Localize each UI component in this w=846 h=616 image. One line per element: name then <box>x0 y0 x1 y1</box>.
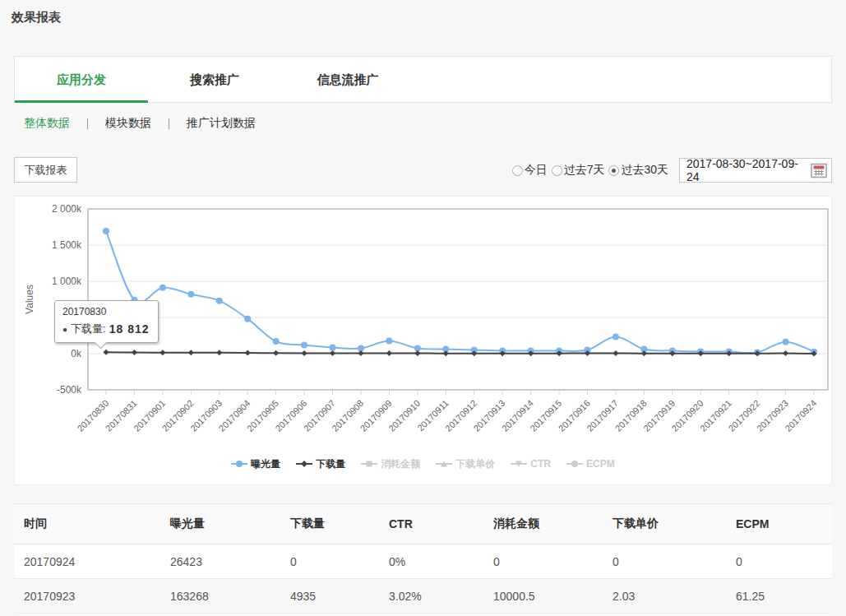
data-point-impressions <box>301 342 307 349</box>
table-cell: 61.25 <box>726 579 832 614</box>
legend-marker-circle-icon <box>566 459 583 469</box>
tab-feed-promotion[interactable]: 信息流推广 <box>281 57 414 102</box>
radio-label: 过去7天 <box>564 163 605 178</box>
page-title: 效果报表 <box>12 10 61 25</box>
y-tick-label: 1 000k <box>52 276 82 287</box>
table-cell: 3.02% <box>379 579 483 614</box>
legend-item-ctr[interactable]: CTR <box>511 458 551 470</box>
data-point-impressions <box>103 228 109 234</box>
legend-label: ECPM <box>586 458 615 470</box>
legend-label: 消耗金额 <box>381 457 420 471</box>
data-point-downloads <box>188 350 194 355</box>
legend-item-impressions[interactable]: 曝光量 <box>231 457 280 471</box>
legend-item-ecpm[interactable]: ECPM <box>566 458 615 470</box>
date-range-value: 2017-08-30~2017-09-24 <box>680 157 811 183</box>
data-point-downloads <box>132 350 137 355</box>
tooltip-date: 20170830 <box>62 306 150 317</box>
data-point-downloads <box>330 350 335 356</box>
y-axis-title: Values <box>24 285 35 314</box>
legend-label: CTR <box>530 458 551 470</box>
table-cell: 20170924 <box>14 544 160 579</box>
radio-past30days[interactable]: 过去30天 <box>608 163 668 178</box>
radio-circle-icon <box>512 165 523 176</box>
tooltip-series-label: 下载量: <box>71 322 106 336</box>
legend-marker-circle-icon <box>231 459 247 469</box>
table-header-cell: 下载单价 <box>603 504 726 544</box>
tab-search-promotion[interactable]: 搜索推广 <box>148 57 281 102</box>
legend-item-cost-per-download[interactable]: 下载单价 <box>436 457 495 471</box>
data-point-impressions <box>159 285 166 291</box>
data-point-downloads <box>302 350 307 356</box>
table-header-cell: 下载量 <box>280 504 379 544</box>
chart-legend: 曝光量下载量消耗金额下载单价CTRECPM <box>15 455 831 473</box>
legend-item-cost[interactable]: 消耗金额 <box>361 457 420 471</box>
legend-marker-triangle-down-icon <box>511 459 527 469</box>
series-line-downloads <box>106 352 814 354</box>
table-cell: 2.03 <box>603 579 726 614</box>
legend-label: 下载单价 <box>455 457 495 471</box>
data-point-downloads <box>216 350 222 355</box>
divider <box>169 118 169 129</box>
legend-label: 下载量 <box>316 457 345 471</box>
table-header-cell: 消耗金额 <box>483 504 603 544</box>
radio-label: 过去30天 <box>621 163 668 178</box>
subnav-campaign-data[interactable]: 推广计划数据 <box>187 116 256 131</box>
radio-today[interactable]: 今日 <box>512 163 548 178</box>
plot-border <box>88 209 828 390</box>
radio-circle-icon <box>608 165 619 176</box>
y-tick-label: 2 000k <box>52 203 82 215</box>
table-header-cell: 时间 <box>14 504 160 544</box>
legend-marker-diamond-icon <box>296 459 312 469</box>
date-filter-group: 今日 过去7天 过去30天 2017-08-30~2017-09-24 <box>512 158 832 183</box>
data-point-impressions <box>783 339 789 345</box>
y-tick-label: 0k <box>71 348 82 359</box>
table-cell: 0 <box>280 544 379 579</box>
divider <box>87 118 88 129</box>
data-point-downloads <box>104 350 109 355</box>
data-point-impressions <box>216 298 223 304</box>
legend-item-downloads[interactable]: 下载量 <box>296 457 345 471</box>
sub-nav: 整体数据 模块数据 推广计划数据 <box>24 116 256 131</box>
report-table: 时间曝光量下载量CTR消耗金额下载单价ECPM 201709242642300%… <box>14 503 832 614</box>
data-point-impressions <box>386 338 392 345</box>
data-point-downloads <box>386 350 392 356</box>
table-cell: 0 <box>603 544 726 579</box>
chart-tooltip: 20170830 ● 下载量: 18 812 <box>54 300 159 343</box>
radio-past7days[interactable]: 过去7天 <box>552 163 605 178</box>
data-point-downloads <box>414 350 420 356</box>
subnav-module-data[interactable]: 模块数据 <box>105 116 151 131</box>
y-tick-label: 1 500k <box>52 239 82 251</box>
data-point-downloads <box>245 350 251 356</box>
data-point-impressions <box>187 291 194 298</box>
radio-circle-icon <box>552 165 562 176</box>
table-header-cell: CTR <box>379 504 483 544</box>
calendar-icon[interactable] <box>811 163 827 178</box>
table-cell: 0 <box>726 544 832 579</box>
data-point-downloads <box>613 350 618 356</box>
radio-label: 今日 <box>525 163 548 178</box>
table-cell: 163268 <box>160 579 280 614</box>
table-cell: 20170923 <box>14 579 160 614</box>
table-cell: 10000.5 <box>483 579 603 614</box>
legend-marker-triangle-icon <box>436 459 452 469</box>
main-tabbar: 应用分发 搜索推广 信息流推广 <box>14 56 832 103</box>
table-header-cell: 曝光量 <box>160 504 280 544</box>
table-cell: 26423 <box>160 544 280 579</box>
data-point-impressions <box>273 338 280 345</box>
tab-app-distribution[interactable]: 应用分发 <box>15 57 148 102</box>
table-row: 201709242642300%000 <box>14 544 832 579</box>
series-line-impressions <box>106 231 814 353</box>
data-point-impressions <box>330 345 336 351</box>
table-cell: 4935 <box>280 579 379 614</box>
table-header-row: 时间曝光量下载量CTR消耗金额下载单价ECPM <box>14 504 832 544</box>
y-tick-label: -500k <box>57 384 82 396</box>
data-point-downloads <box>783 350 788 356</box>
subnav-overall-data[interactable]: 整体数据 <box>24 116 70 131</box>
tooltip-value: 18 812 <box>109 322 150 336</box>
legend-label: 曝光量 <box>251 457 280 471</box>
date-range-input[interactable]: 2017-08-30~2017-09-24 <box>679 158 832 183</box>
chart-panel: 2 000k1 500k1 000k500k0k-500k20170830201… <box>14 196 832 485</box>
download-report-button[interactable]: 下载报表 <box>14 157 77 183</box>
data-point-downloads <box>273 350 279 356</box>
data-point-impressions <box>613 334 619 340</box>
